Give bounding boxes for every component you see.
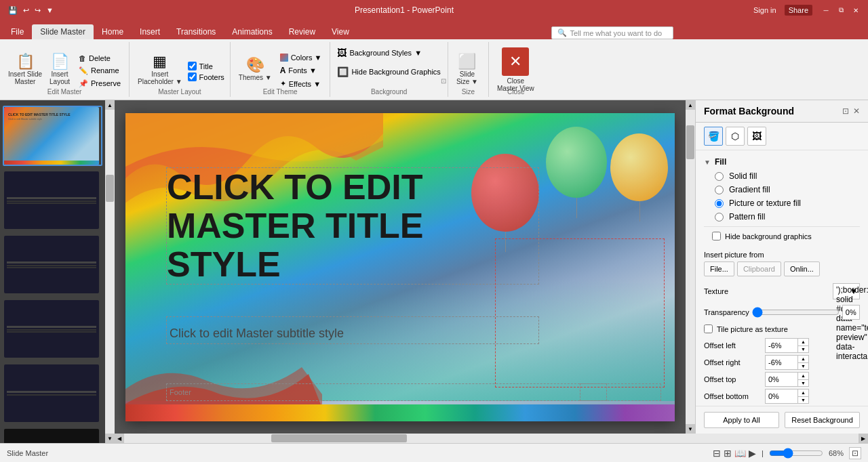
transparency-slider[interactable] — [752, 307, 840, 318]
themes-button[interactable]: 🎨 Themes ▼ — [236, 56, 275, 83]
offset-bottom-down[interactable]: ▼ — [798, 396, 808, 404]
thumbnail-2[interactable] — [3, 170, 102, 230]
vscroll-up[interactable]: ▲ — [105, 100, 115, 110]
share-button[interactable]: Share — [785, 5, 812, 16]
slide-hscroll[interactable]: ◀ ▶ — [115, 434, 868, 443]
vscroll-down[interactable]: ▼ — [105, 434, 115, 443]
reset-background-button[interactable]: Reset Background — [785, 412, 860, 428]
slide-canvas[interactable]: CLICK TO EDIT MASTER TITLE STYLE Click t… — [125, 113, 675, 421]
apply-to-all-button[interactable]: Apply to All — [704, 412, 779, 428]
hide-bg-checkbox[interactable] — [712, 232, 721, 240]
solid-fill-radio[interactable] — [715, 172, 724, 181]
offset-right-down[interactable]: ▼ — [798, 362, 808, 370]
close-button[interactable]: ✕ — [850, 5, 861, 16]
background-styles-button[interactable]: 🖼 Background Styles ▼ — [336, 45, 423, 61]
hide-bg-label[interactable]: Hide background graphics — [725, 232, 812, 240]
offset-top-input[interactable]: 0% ▲ ▼ — [765, 372, 809, 387]
solid-fill-label[interactable]: Solid fill — [729, 171, 757, 181]
tab-file[interactable]: File — [3, 24, 32, 39]
slide-sorter-button[interactable]: ⊞ — [724, 448, 732, 459]
normal-view-button[interactable]: ⊟ — [713, 448, 721, 459]
thumbnail-vscroll[interactable]: ▲ ▼ — [105, 100, 115, 443]
slide-vscroll-down[interactable]: ▼ — [686, 424, 695, 434]
customize-icon[interactable]: ▼ — [45, 5, 55, 16]
pattern-fill-label[interactable]: Pattern fill — [729, 212, 765, 222]
colors-button[interactable]: Colors ▼ — [277, 52, 325, 63]
slide-size-button[interactable]: ⬜ SlideSize ▼ — [454, 53, 481, 87]
offset-bottom-up[interactable]: ▲ — [798, 390, 808, 396]
picture-fill-radio[interactable] — [715, 199, 724, 208]
offset-left-input[interactable]: -6% ▲ ▼ — [765, 338, 809, 353]
format-panel-close-icon[interactable]: ✕ — [853, 106, 860, 116]
minimize-button[interactable]: ─ — [821, 5, 831, 16]
offset-left-down[interactable]: ▼ — [798, 345, 808, 353]
image-icon-button[interactable]: 🖼 — [747, 127, 766, 146]
fonts-button[interactable]: A Fonts ▼ — [277, 64, 325, 77]
tab-review[interactable]: Review — [281, 24, 323, 39]
offset-left-spinner[interactable]: ▲ ▼ — [797, 339, 808, 352]
offset-top-up[interactable]: ▲ — [798, 373, 808, 379]
offset-bottom-spinner[interactable]: ▲ ▼ — [797, 390, 808, 403]
footers-checkbox-label[interactable]: Footers — [188, 72, 224, 81]
insert-layout-button[interactable]: 📄 InsertLayout — [46, 53, 73, 87]
signin-button[interactable]: Sign in — [753, 6, 776, 14]
tab-transitions[interactable]: Transitions — [168, 24, 224, 39]
slide-vscroll[interactable]: ▲ ▼ — [686, 100, 695, 434]
restore-button[interactable]: ⧉ — [835, 5, 846, 16]
tell-me-input[interactable]: 🔍 Tell me what you want to do — [551, 26, 673, 39]
insert-slide-master-button[interactable]: 📋 Insert SlideMaster — [5, 53, 45, 87]
effects-icon-button[interactable]: ⬡ — [726, 127, 745, 146]
undo-icon[interactable]: ↩ — [22, 5, 31, 16]
title-checkbox-label[interactable]: Title — [188, 62, 224, 70]
rename-button[interactable]: ✏️ Rename — [76, 65, 123, 77]
tile-checkbox[interactable] — [704, 324, 713, 333]
redo-icon[interactable]: ↪ — [33, 5, 42, 16]
thumbnail-5[interactable] — [3, 363, 102, 423]
preserve-button[interactable]: 📌 Preserve — [76, 78, 123, 89]
offset-top-spinner[interactable]: ▲ ▼ — [797, 373, 808, 386]
thumbnail-4[interactable] — [3, 299, 102, 359]
date-box[interactable] — [580, 383, 661, 401]
offset-top-down[interactable]: ▼ — [798, 379, 808, 387]
slideshow-button[interactable]: ▶ — [749, 448, 756, 459]
tab-home[interactable]: Home — [94, 24, 132, 39]
offset-right-up[interactable]: ▲ — [798, 356, 808, 362]
online-button[interactable]: Onlin... — [784, 261, 820, 276]
format-panel-resize-icon[interactable]: ⊡ — [842, 106, 849, 116]
slide-vscroll-thumb[interactable] — [686, 125, 694, 159]
thumbnail-1[interactable]: CLICK TO EDIT MASTER TITLE STYLE Click t… — [3, 106, 102, 166]
offset-right-input[interactable]: -6% ▲ ▼ — [765, 355, 809, 370]
footers-checkbox[interactable] — [188, 72, 197, 81]
clipboard-button[interactable]: Clipboard — [737, 261, 781, 276]
hscroll-left[interactable]: ◀ — [115, 434, 124, 443]
picture-fill-label[interactable]: Picture or texture fill — [729, 198, 801, 208]
tab-insert[interactable]: Insert — [132, 24, 168, 39]
texture-picker[interactable]: ');border:1px solid #ccc;" data-name="te… — [833, 283, 860, 299]
tab-slide-master[interactable]: Slide Master — [32, 24, 94, 39]
gradient-fill-radio[interactable] — [715, 186, 724, 194]
title-checkbox[interactable] — [188, 62, 197, 70]
fill-icon-button[interactable]: 🪣 — [704, 127, 723, 146]
close-master-view-button[interactable]: ✕ CloseMaster View — [494, 45, 537, 95]
file-button[interactable]: File... — [704, 261, 734, 276]
insert-placeholder-button[interactable]: ▦ InsertPlaceholder ▼ — [135, 53, 185, 87]
fit-button[interactable]: ⊡ — [849, 447, 861, 459]
thumbnail-6[interactable] — [3, 427, 102, 443]
delete-button[interactable]: 🗑 Delete — [76, 53, 123, 64]
reading-view-button[interactable]: 📖 — [734, 448, 746, 459]
tab-view[interactable]: View — [323, 24, 357, 39]
offset-left-up[interactable]: ▲ — [798, 339, 808, 345]
fill-section-header[interactable]: ▼ Fill — [704, 154, 860, 169]
footer-box[interactable]: Footer — [166, 383, 607, 401]
gradient-fill-label[interactable]: Gradient fill — [729, 185, 770, 194]
background-expand-icon[interactable]: ⊡ — [441, 77, 446, 85]
hscroll-thumb[interactable] — [271, 434, 407, 442]
tile-label[interactable]: Tile picture as texture — [717, 325, 788, 333]
hscroll-right[interactable]: ▶ — [859, 434, 868, 443]
offset-right-spinner[interactable]: ▲ ▼ — [797, 356, 808, 369]
offset-bottom-input[interactable]: 0% ▲ ▼ — [765, 389, 809, 404]
title-text-box[interactable]: CLICK TO EDIT MASTER TITLE STYLE — [166, 167, 539, 285]
zoom-slider[interactable] — [769, 448, 823, 459]
vscroll-thumb[interactable] — [106, 175, 114, 202]
hide-background-graphics-button[interactable]: 🔲 Hide Background Graphics — [336, 64, 441, 80]
